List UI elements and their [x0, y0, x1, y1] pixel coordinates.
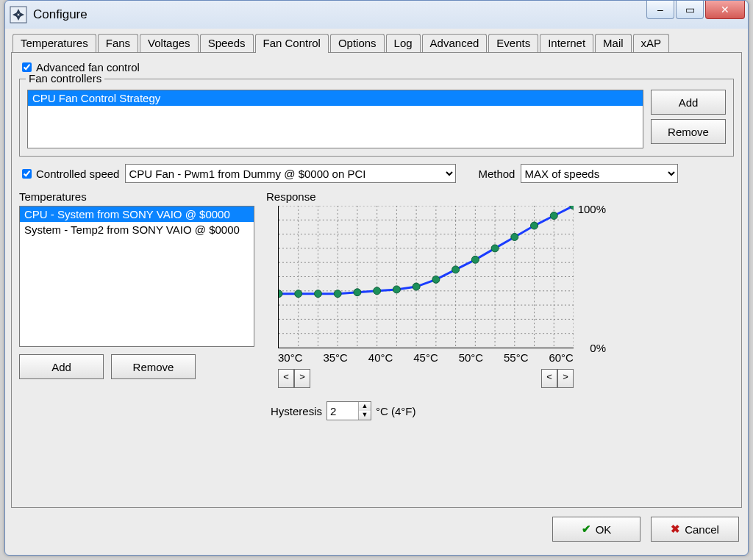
- svg-point-30: [354, 289, 361, 296]
- cancel-button[interactable]: ✖ Cancel: [651, 517, 739, 542]
- chart-x-tick-label: 40°C: [368, 351, 393, 364]
- remove-temperature-button[interactable]: Remove: [111, 354, 196, 379]
- tab-fan-control[interactable]: Fan Control: [255, 34, 329, 53]
- tab-fans[interactable]: Fans: [98, 34, 138, 52]
- chart-x-tick-label: 60°C: [549, 351, 574, 364]
- config-window: Configure – ▭ ✕ TemperaturesFansVoltages…: [4, 0, 749, 556]
- hysteresis-up-button[interactable]: ▲: [359, 402, 371, 411]
- svg-point-39: [531, 222, 538, 229]
- temperature-item[interactable]: System - Temp2 from SONY VAIO @ $0000: [20, 222, 254, 237]
- svg-point-33: [413, 283, 420, 290]
- svg-point-29: [334, 290, 341, 298]
- svg-point-28: [314, 290, 321, 298]
- remove-controller-button[interactable]: Remove: [651, 119, 726, 144]
- tab-strip: TemperaturesFansVoltagesSpeedsFan Contro…: [11, 30, 742, 52]
- response-label: Response: [266, 190, 734, 203]
- svg-point-26: [279, 290, 282, 298]
- x-max-decrease-button[interactable]: <: [541, 369, 557, 388]
- svg-point-34: [432, 276, 440, 283]
- cancel-button-label: Cancel: [685, 523, 719, 536]
- temperatures-column: Temperatures CPU - System from SONY VAIO…: [19, 190, 254, 420]
- chart-x-tick-label: 45°C: [413, 351, 438, 364]
- temperatures-list[interactable]: CPU - System from SONY VAIO @ $0000Syste…: [19, 206, 254, 347]
- chart-x-tick-label: 30°C: [278, 351, 303, 364]
- client-area: TemperaturesFansVoltagesSpeedsFan Contro…: [11, 30, 742, 549]
- svg-point-27: [295, 290, 302, 298]
- svg-point-37: [491, 245, 499, 252]
- chart-x-tick-label: 50°C: [459, 351, 484, 364]
- ok-button-label: OK: [596, 523, 612, 536]
- hysteresis-spinner[interactable]: ▲ ▼: [326, 401, 371, 420]
- hysteresis-input[interactable]: [327, 402, 358, 420]
- tab-internet[interactable]: Internet: [540, 34, 593, 52]
- method-label: Method: [478, 168, 515, 180]
- response-chart[interactable]: 100% 0% 30°C35°C40°C45°C50°C55°C60°C < >: [271, 206, 609, 362]
- maximize-button[interactable]: ▭: [676, 1, 704, 19]
- controlled-speed-select[interactable]: CPU Fan - Pwm1 from Dummy @ $0000 on PCI: [125, 164, 456, 183]
- tab-xap[interactable]: xAP: [633, 34, 670, 52]
- chart-x-tick-label: 55°C: [504, 351, 529, 364]
- hysteresis-unit: °C (4°F): [376, 405, 416, 417]
- controlled-speed-row: Controlled speed CPU Fan - Pwm1 from Dum…: [19, 164, 734, 183]
- svg-point-32: [393, 286, 400, 293]
- x-min-increase-button[interactable]: >: [294, 369, 310, 388]
- minimize-button[interactable]: –: [646, 1, 674, 19]
- temperatures-label: Temperatures: [19, 190, 254, 203]
- add-controller-button[interactable]: Add: [651, 90, 726, 115]
- svg-point-36: [471, 256, 479, 263]
- tab-speeds[interactable]: Speeds: [200, 34, 254, 52]
- tab-temperatures[interactable]: Temperatures: [13, 34, 96, 52]
- hysteresis-down-button[interactable]: ▼: [359, 411, 371, 420]
- chart-svg: [279, 206, 574, 348]
- method-select[interactable]: MAX of speeds: [521, 164, 678, 183]
- svg-point-41: [570, 206, 574, 209]
- window-controls: – ▭ ✕: [645, 1, 745, 19]
- svg-point-40: [550, 212, 557, 220]
- tab-events[interactable]: Events: [488, 34, 538, 52]
- hysteresis-row: Hysteresis ▲ ▼ °C (4°F): [271, 401, 734, 420]
- fan-controllers-group: Fan controllers CPU Fan Control Strategy…: [19, 79, 734, 157]
- controller-item[interactable]: CPU Fan Control Strategy: [28, 90, 643, 106]
- chart-ylabel-min: 0%: [590, 342, 606, 354]
- chart-x-tick-label: 35°C: [323, 351, 348, 364]
- response-column: Response 100% 0% 30°C35°C40°C45°C50°C55°…: [266, 190, 734, 420]
- x-min-decrease-button[interactable]: <: [278, 369, 294, 388]
- cross-icon: ✖: [671, 523, 680, 536]
- tab-mail[interactable]: Mail: [595, 34, 632, 52]
- fan-controllers-group-title: Fan controllers: [26, 72, 104, 85]
- tab-advanced[interactable]: Advanced: [422, 34, 488, 52]
- controlled-speed-label[interactable]: Controlled speed: [36, 168, 119, 180]
- tab-log[interactable]: Log: [386, 34, 421, 52]
- tab-options[interactable]: Options: [330, 34, 385, 52]
- title-bar: Configure – ▭ ✕: [5, 1, 748, 29]
- close-button[interactable]: ✕: [705, 1, 745, 19]
- chart-range-nav: < > < >: [278, 369, 574, 388]
- svg-point-38: [511, 233, 518, 240]
- chart-x-ticks: 30°C35°C40°C45°C50°C55°C60°C: [278, 351, 574, 364]
- chart-ylabel-max: 100%: [578, 203, 606, 215]
- tab-voltages[interactable]: Voltages: [140, 34, 199, 52]
- svg-point-31: [374, 287, 381, 295]
- app-icon: [10, 6, 27, 24]
- tab-fan-control-body: Advanced fan control Fan controllers CPU…: [11, 52, 742, 508]
- temperature-item[interactable]: CPU - System from SONY VAIO @ $0000: [20, 207, 254, 222]
- svg-point-35: [452, 266, 460, 273]
- controlled-speed-checkbox[interactable]: [22, 169, 32, 179]
- advanced-fan-control-row: Advanced fan control: [19, 60, 734, 74]
- lower-panel: Temperatures CPU - System from SONY VAIO…: [19, 190, 734, 420]
- window-title: Configure: [33, 7, 88, 22]
- advanced-fan-control-checkbox[interactable]: [22, 62, 32, 72]
- add-temperature-button[interactable]: Add: [19, 354, 104, 379]
- hysteresis-label: Hysteresis: [271, 405, 322, 417]
- dialog-footer: ✔ OK ✖ Cancel: [552, 517, 739, 542]
- ok-button[interactable]: ✔ OK: [552, 517, 640, 542]
- fan-controllers-list[interactable]: CPU Fan Control Strategy: [27, 90, 643, 148]
- check-icon: ✔: [582, 523, 591, 536]
- x-max-increase-button[interactable]: >: [557, 369, 574, 388]
